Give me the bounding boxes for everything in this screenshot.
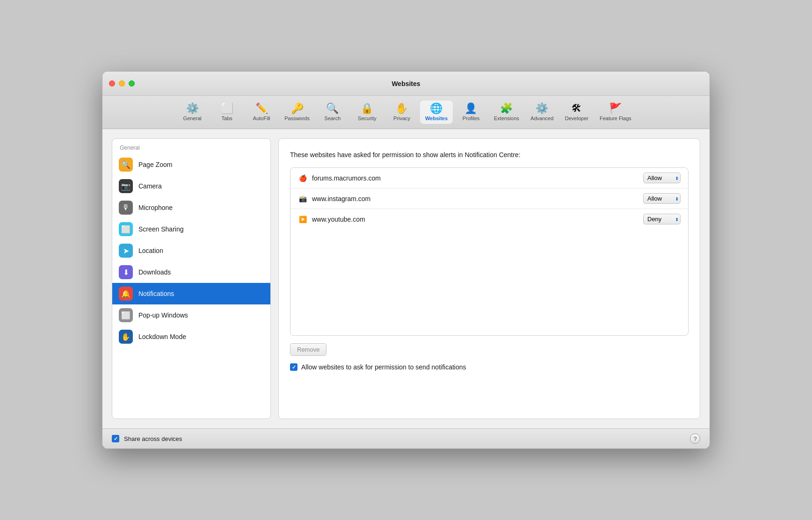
toolbar: ⚙️ General ⬜ Tabs ✏️ AutoFill 🔑 Password… (102, 96, 710, 129)
sidebar-item-location[interactable]: ➤ Location (112, 240, 270, 261)
camera-icon: 📷 (119, 179, 133, 193)
sidebar-label-screen-sharing: Screen Sharing (138, 225, 184, 233)
toolbar-item-security[interactable]: 🔒 Security (351, 101, 384, 124)
developer-icon: 🛠 (572, 103, 582, 114)
permission-wrapper-instagram[interactable]: Allow Deny (643, 193, 681, 204)
sidebar-item-camera[interactable]: 📷 Camera (112, 175, 270, 197)
websites-icon: 🌐 (430, 103, 442, 114)
profiles-icon: 👤 (464, 103, 477, 114)
toolbar-item-profiles[interactable]: 👤 Profiles (455, 101, 487, 124)
sidebar-item-notifications[interactable]: 🔔 Notifications (112, 283, 270, 304)
page-zoom-icon: 🔍 (119, 158, 133, 172)
description-text: These websites have asked for permission… (290, 150, 689, 160)
search-icon: 🔍 (326, 103, 339, 114)
toolbar-item-featureflags[interactable]: 🚩 Feature Flags (595, 101, 636, 124)
sidebar-item-screen-sharing[interactable]: ⬜ Screen Sharing (112, 218, 270, 240)
website-list: 🍎 forums.macrumors.com Allow Deny 📸 www.… (290, 167, 689, 336)
allow-ask-label: Allow websites to ask for permission to … (301, 363, 466, 371)
toolbar-label-passwords: Passwords (284, 116, 310, 121)
security-icon: 🔒 (361, 103, 373, 114)
share-devices-checkbox[interactable] (112, 435, 119, 442)
sidebar: General 🔍 Page Zoom 📷 Camera 🎙 Microphon… (112, 138, 271, 419)
notifications-icon: 🔔 (119, 287, 133, 301)
domain-instagram: www.instagram.com (312, 195, 638, 202)
sidebar-label-lockdown-mode: Lockdown Mode (138, 333, 186, 340)
microphone-icon: 🎙 (119, 201, 133, 215)
location-icon: ➤ (119, 244, 133, 258)
toolbar-label-websites: Websites (425, 116, 448, 121)
allow-ask-checkbox[interactable] (290, 363, 297, 371)
permission-select-youtube[interactable]: Allow Deny (643, 214, 681, 224)
window-title: Websites (392, 80, 420, 87)
sidebar-item-lockdown-mode[interactable]: ✋ Lockdown Mode (112, 326, 270, 347)
toolbar-label-tabs: Tabs (222, 116, 232, 121)
sidebar-item-downloads[interactable]: ⬇ Downloads (112, 261, 270, 283)
website-row-instagram: 📸 www.instagram.com Allow Deny (290, 188, 688, 209)
extensions-icon: 🧩 (500, 103, 513, 114)
share-devices-label: Share across devices (124, 435, 685, 442)
website-row-macrumors: 🍎 forums.macrumors.com Allow Deny (290, 168, 688, 188)
sidebar-item-page-zoom[interactable]: 🔍 Page Zoom (112, 154, 270, 175)
toolbar-label-privacy: Privacy (393, 116, 410, 121)
domain-youtube: www.youtube.com (312, 216, 638, 223)
toolbar-label-developer: Developer (565, 116, 588, 121)
traffic-lights (109, 80, 135, 87)
allow-ask-row: Allow websites to ask for permission to … (290, 363, 689, 371)
minimize-button[interactable] (119, 80, 125, 87)
passwords-icon: 🔑 (291, 103, 304, 114)
toolbar-item-tabs[interactable]: ⬜ Tabs (210, 101, 243, 124)
toolbar-item-general[interactable]: ⚙️ General (176, 101, 209, 124)
favicon-macrumors: 🍎 (298, 173, 307, 183)
toolbar-item-passwords[interactable]: 🔑 Passwords (280, 101, 314, 124)
toolbar-item-websites[interactable]: 🌐 Websites (420, 101, 453, 124)
content-area: General 🔍 Page Zoom 📷 Camera 🎙 Microphon… (102, 129, 710, 428)
safari-preferences-window: Websites ⚙️ General ⬜ Tabs ✏️ AutoFill 🔑… (102, 71, 710, 449)
toolbar-item-autofill[interactable]: ✏️ AutoFill (245, 101, 278, 124)
sidebar-label-page-zoom: Page Zoom (138, 161, 172, 168)
permission-wrapper-youtube[interactable]: Allow Deny (643, 214, 681, 224)
toolbar-label-profiles: Profiles (463, 116, 480, 121)
advanced-icon: ⚙️ (536, 103, 548, 114)
sidebar-section-label: General (112, 139, 270, 154)
permission-select-instagram[interactable]: Allow Deny (643, 193, 681, 204)
general-icon: ⚙️ (186, 103, 199, 114)
sidebar-label-camera: Camera (138, 182, 162, 190)
help-button[interactable]: ? (690, 433, 700, 444)
sidebar-item-popup-windows[interactable]: ⬜ Pop-up Windows (112, 304, 270, 326)
remove-button[interactable]: Remove (290, 343, 326, 356)
toolbar-label-featureflags: Feature Flags (600, 116, 631, 121)
favicon-instagram: 📸 (298, 194, 307, 203)
sidebar-label-popup-windows: Pop-up Windows (138, 311, 188, 319)
lockdown-mode-icon: ✋ (119, 330, 133, 344)
permission-wrapper-macrumors[interactable]: Allow Deny (643, 173, 681, 183)
toolbar-label-advanced: Advanced (530, 116, 553, 121)
titlebar: Websites (102, 72, 710, 96)
sidebar-label-location: Location (138, 247, 163, 254)
zoom-button[interactable] (129, 80, 135, 87)
featureflags-icon: 🚩 (609, 103, 622, 114)
main-panel: These websites have asked for permission… (278, 138, 700, 419)
sidebar-label-microphone: Microphone (138, 204, 173, 211)
sidebar-item-microphone[interactable]: 🎙 Microphone (112, 197, 270, 218)
popup-windows-icon: ⬜ (119, 308, 133, 322)
toolbar-item-advanced[interactable]: ⚙️ Advanced (526, 101, 558, 124)
close-button[interactable] (109, 80, 115, 87)
toolbar-item-search[interactable]: 🔍 Search (316, 101, 349, 124)
toolbar-label-search: Search (325, 116, 341, 121)
favicon-youtube: ▶️ (298, 215, 307, 224)
autofill-icon: ✏️ (255, 103, 268, 114)
privacy-icon: ✋ (395, 103, 408, 114)
toolbar-label-extensions: Extensions (494, 116, 519, 121)
website-row-youtube: ▶️ www.youtube.com Allow Deny (290, 209, 688, 229)
toolbar-label-autofill: AutoFill (253, 116, 270, 121)
toolbar-item-extensions[interactable]: 🧩 Extensions (489, 101, 524, 124)
toolbar-label-general: General (183, 116, 202, 121)
sidebar-label-downloads: Downloads (138, 268, 171, 276)
permission-select-macrumors[interactable]: Allow Deny (643, 173, 681, 183)
screen-sharing-icon: ⬜ (119, 222, 133, 236)
toolbar-item-privacy[interactable]: ✋ Privacy (385, 101, 418, 124)
domain-macrumors: forums.macrumors.com (312, 174, 638, 182)
sidebar-label-notifications: Notifications (138, 290, 174, 297)
toolbar-item-developer[interactable]: 🛠 Developer (560, 101, 593, 124)
toolbar-label-security: Security (358, 116, 377, 121)
